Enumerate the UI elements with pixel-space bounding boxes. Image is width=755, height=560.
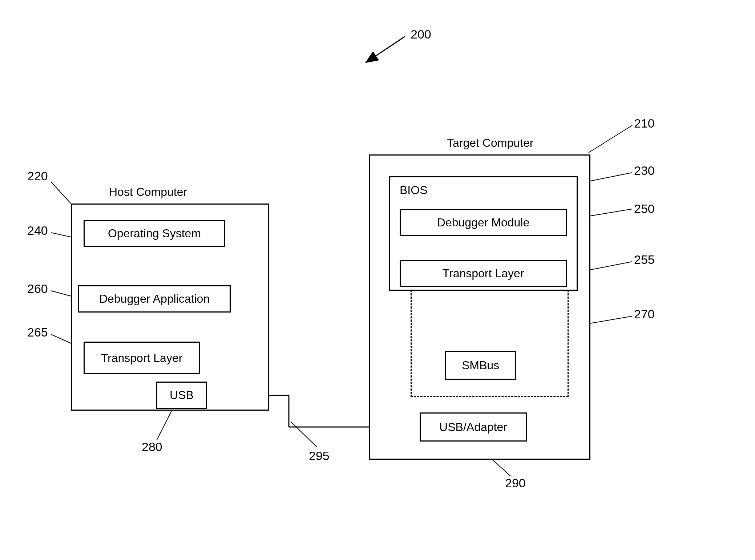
target-title: Target Computer xyxy=(447,136,533,150)
debugger-app-box: Debugger Application xyxy=(78,285,231,313)
target-transport-box: Transport Layer xyxy=(400,260,567,287)
svg-line-17 xyxy=(157,409,173,440)
usb-adapter-label: USB/Adapter xyxy=(439,420,507,434)
svg-line-18 xyxy=(291,422,317,447)
debugger-module-label: Debugger Module xyxy=(437,216,529,229)
smbus-box: SMBus xyxy=(445,351,516,380)
target-transport-label: Transport Layer xyxy=(443,267,524,280)
ref-230: 230 xyxy=(634,164,655,178)
ref-220: 220 xyxy=(27,169,48,183)
ref-260: 260 xyxy=(27,282,48,296)
ref-250: 250 xyxy=(634,202,655,216)
diagram-canvas: 200 xyxy=(0,0,755,560)
operating-system-box: Operating System xyxy=(84,220,225,247)
host-title: Host Computer xyxy=(109,185,187,199)
svg-line-2 xyxy=(367,36,405,62)
ref-265: 265 xyxy=(27,325,48,339)
ref-290: 290 xyxy=(505,476,526,490)
bios-label: BIOS xyxy=(400,184,427,197)
os-label: Operating System xyxy=(108,227,201,240)
debugger-app-label: Debugger Application xyxy=(99,292,210,306)
ref-295: 295 xyxy=(309,449,330,463)
ref-270: 270 xyxy=(634,307,655,321)
ref-210: 210 xyxy=(634,116,655,130)
ref-280: 280 xyxy=(142,440,162,454)
ref-240: 240 xyxy=(27,223,48,238)
svg-line-13 xyxy=(51,182,71,204)
dashed-region xyxy=(411,290,569,397)
host-transport-box: Transport Layer xyxy=(84,342,200,374)
usb-adapter-box: USB/Adapter xyxy=(420,412,527,442)
usb-label: USB xyxy=(170,388,194,402)
ref-200: 200 xyxy=(411,27,431,41)
usb-box: USB xyxy=(156,382,207,409)
debugger-module-box: Debugger Module xyxy=(400,209,567,236)
host-transport-label: Transport Layer xyxy=(101,351,183,365)
ref-255: 255 xyxy=(634,253,655,267)
smbus-label: SMBus xyxy=(462,359,499,372)
svg-line-19 xyxy=(589,125,632,153)
